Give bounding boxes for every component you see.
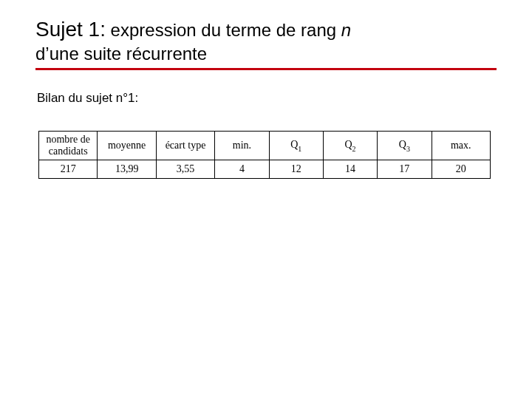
title-n: n <box>341 20 351 40</box>
col-header-max: max. <box>432 131 490 160</box>
col-header-q3: Q3 <box>378 131 432 160</box>
cell-q2: 14 <box>323 160 377 178</box>
col-header-min: min. <box>215 131 269 160</box>
cell-max: 20 <box>432 160 490 178</box>
cell-ecart-type: 3,55 <box>156 160 214 178</box>
col-header-q1-sub: 1 <box>298 145 301 153</box>
title-rest: expression du terme de rang <box>106 20 341 40</box>
slide-title-line1: Sujet 1: expression du terme de rang n <box>35 16 497 42</box>
cell-min: 4 <box>215 160 269 178</box>
slide-title-line2: d’une suite récurrente <box>35 44 497 65</box>
slide: Sujet 1: expression du terme de rang n d… <box>0 0 532 399</box>
col-header-q2-q: Q <box>344 139 352 150</box>
col-header-moyenne: moyenne <box>98 131 156 160</box>
table-header-row: nombre de candidats moyenne écart type m… <box>39 131 491 160</box>
col-header-q1: Q1 <box>269 131 323 160</box>
cell-q3: 17 <box>378 160 432 178</box>
cell-candidats: 217 <box>39 160 98 178</box>
table-row: 217 13,99 3,55 4 12 14 17 20 <box>39 160 491 178</box>
stats-table: nombre de candidats moyenne écart type m… <box>38 131 491 179</box>
col-header-candidats-l1: nombre de <box>46 134 89 145</box>
stats-table-wrap: nombre de candidats moyenne écart type m… <box>38 131 491 179</box>
col-header-q2-sub: 2 <box>352 145 356 153</box>
col-header-candidats-l2: candidats <box>49 146 88 157</box>
cell-moyenne: 13,99 <box>98 160 156 178</box>
subheading: Bilan du sujet n°1: <box>37 91 497 106</box>
col-header-q1-q: Q <box>290 139 298 150</box>
title-block: Sujet 1: expression du terme de rang n d… <box>35 16 497 70</box>
col-header-candidats: nombre de candidats <box>39 131 98 160</box>
title-lead: Sujet 1: <box>35 18 106 41</box>
col-header-ecart-type: écart type <box>156 131 214 160</box>
cell-q1: 12 <box>269 160 323 178</box>
col-header-q2: Q2 <box>323 131 377 160</box>
col-header-q3-q: Q <box>399 139 406 150</box>
title-underline <box>35 68 497 70</box>
col-header-q3-sub: 3 <box>406 145 410 153</box>
